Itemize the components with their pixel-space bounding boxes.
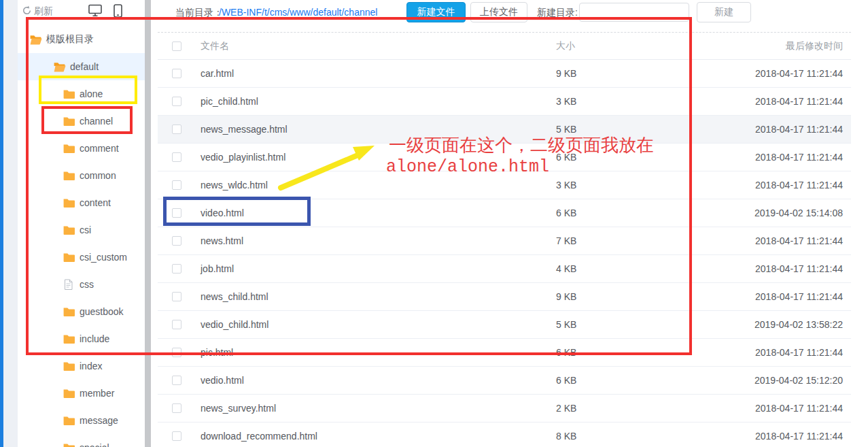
main-panel: 当前目录： /WEB-INF/t/cms/www/default/channel…: [154, 0, 868, 447]
row-checkbox[interactable]: [172, 292, 181, 301]
tree-item-csi_custom[interactable]: csi_custom: [18, 244, 145, 271]
file-name: vedio_child.html: [201, 319, 268, 330]
folder-icon: [63, 307, 75, 317]
file-mtime: 2019-04-02 15:14:08: [754, 208, 843, 218]
file-row-news_message.html[interactable]: news_message.html 5 KB 2018-04-17 11:21:…: [158, 116, 851, 144]
sidebar-toolbar: 刷新: [18, 0, 145, 24]
phone-icon[interactable]: [114, 4, 122, 20]
file-size: 5 KB: [556, 319, 576, 330]
file-name: job.html: [201, 263, 234, 274]
file-size: 7 KB: [556, 235, 576, 246]
row-checkbox[interactable]: [172, 236, 181, 246]
tree-item-模版根目录[interactable]: 模版根目录: [18, 26, 145, 53]
file-mtime: 2018-04-17 11:21:44: [755, 180, 843, 191]
tree-item-alone[interactable]: alone: [18, 80, 145, 107]
file-row-pic_child.html[interactable]: pic_child.html 3 KB 2018-04-17 11:21:44: [158, 88, 851, 116]
file-row-news_child.html[interactable]: news_child.html 9 KB 2018-04-17 11:21:44: [158, 283, 851, 311]
file-size: 3 KB: [556, 96, 576, 107]
row-checkbox[interactable]: [172, 180, 181, 190]
tree-item-include[interactable]: include: [18, 325, 145, 352]
file-name: news_wldc.html: [201, 180, 268, 191]
monitor-icon[interactable]: [88, 4, 102, 20]
file-row-vedio.html[interactable]: vedio.html 6 KB 2019-04-02 15:12:20: [158, 367, 851, 395]
file-name: news.html: [201, 235, 243, 246]
row-checkbox[interactable]: [172, 403, 181, 413]
folder-icon: [63, 144, 75, 154]
file-row-vedio_child.html[interactable]: vedio_child.html 5 KB 2019-04-02 13:58:2…: [158, 311, 851, 339]
new-file-button[interactable]: 新建文件: [406, 2, 466, 22]
folder-open-icon: [30, 35, 42, 45]
folder-icon: [63, 89, 75, 99]
current-dir-path[interactable]: /WEB-INF/t/cms/www/default/channel: [219, 7, 377, 18]
file-size: 8 KB: [556, 431, 576, 442]
file-size: 6 KB: [556, 208, 576, 218]
select-all-checkbox[interactable]: [172, 42, 181, 51]
file-row-news_survey.html[interactable]: news_survey.html 2 KB 2018-04-17 11:21:4…: [158, 395, 851, 423]
file-size: 4 KB: [556, 263, 576, 274]
folder-icon: [63, 416, 75, 426]
tree-item-message[interactable]: message: [18, 407, 145, 434]
row-checkbox[interactable]: [172, 264, 181, 274]
create-dir-button[interactable]: 新建: [697, 2, 751, 22]
tree-item-content[interactable]: content: [18, 189, 145, 216]
folder-icon: [63, 198, 75, 208]
refresh-label: 刷新: [34, 5, 53, 18]
file-row-car.html[interactable]: car.html 9 KB 2018-04-17 11:21:44: [158, 60, 851, 88]
folder-tree: 模版根目录 default alone channel comment comm…: [18, 26, 145, 447]
file-row-download_recommend.html[interactable]: download_recommend.html 8 KB 2018-04-17 …: [158, 423, 851, 447]
new-dir-label: 新建目录:: [537, 7, 578, 19]
table-header-row: 文件名 大小 最后修改时间: [158, 32, 851, 60]
new-dir-input[interactable]: [579, 3, 689, 22]
file-size: 3 KB: [556, 180, 576, 191]
file-size: 6 KB: [556, 375, 576, 386]
file-name: pic.html: [201, 347, 233, 358]
row-checkbox[interactable]: [172, 97, 181, 106]
file-row-vedio_playinlist.html[interactable]: vedio_playinlist.html 6 KB 2018-04-17 11…: [158, 144, 851, 171]
row-checkbox[interactable]: [172, 348, 181, 357]
sidebar-scrollbar[interactable]: [145, 0, 152, 447]
file-size: 5 KB: [556, 124, 576, 135]
current-dir-label: 当前目录：: [175, 7, 223, 19]
file-row-pic.html[interactable]: pic.html 6 KB 2018-04-17 11:21:44: [158, 339, 851, 367]
file-name: news_message.html: [201, 124, 288, 135]
file-icon: [63, 279, 75, 291]
file-size: 2 KB: [556, 403, 576, 414]
row-checkbox[interactable]: [172, 431, 181, 441]
tree-item-css[interactable]: css: [18, 271, 145, 298]
file-mtime: 2018-04-17 11:21:44: [755, 96, 843, 107]
file-size: 9 KB: [556, 291, 576, 302]
tree-item-index[interactable]: index: [18, 352, 145, 380]
file-size: 6 KB: [556, 347, 576, 358]
folder-icon: [63, 334, 75, 344]
folder-icon: [63, 252, 75, 263]
row-checkbox[interactable]: [172, 376, 181, 385]
file-size: 6 KB: [556, 152, 576, 163]
file-name: download_recommend.html: [201, 431, 317, 442]
row-checkbox[interactable]: [172, 152, 181, 162]
tree-item-member[interactable]: member: [18, 380, 145, 407]
tree-item-default[interactable]: default: [18, 53, 145, 80]
folder-icon: [63, 361, 75, 371]
file-name: vedio_playinlist.html: [201, 152, 285, 163]
tree-item-csi[interactable]: csi: [18, 216, 145, 244]
tree-item-common[interactable]: common: [18, 162, 145, 189]
file-row-news.html[interactable]: news.html 7 KB 2018-04-17 11:21:44: [158, 227, 851, 255]
tree-item-comment[interactable]: comment: [18, 135, 145, 162]
row-checkbox[interactable]: [172, 320, 181, 329]
column-mtime: 最后修改时间: [786, 40, 843, 52]
refresh-button[interactable]: 刷新: [22, 5, 53, 18]
left-gutter: [3, 0, 18, 447]
tree-item-channel[interactable]: channel: [18, 107, 145, 135]
file-name: video.html: [201, 208, 244, 218]
row-checkbox[interactable]: [172, 69, 181, 78]
tree-item-special[interactable]: special: [18, 434, 145, 447]
file-row-news_wldc.html[interactable]: news_wldc.html 3 KB 2018-04-17 11:21:44: [158, 171, 851, 199]
folder-icon: [63, 443, 75, 447]
file-name: vedio.html: [201, 375, 244, 386]
file-row-job.html[interactable]: job.html 4 KB 2018-04-17 11:21:44: [158, 255, 851, 283]
file-row-video.html[interactable]: video.html 6 KB 2019-04-02 15:14:08: [158, 199, 851, 227]
upload-file-button[interactable]: 上传文件: [470, 2, 527, 22]
tree-item-guestbook[interactable]: guestbook: [18, 298, 145, 325]
row-checkbox[interactable]: [172, 125, 181, 134]
row-checkbox[interactable]: [172, 208, 181, 218]
